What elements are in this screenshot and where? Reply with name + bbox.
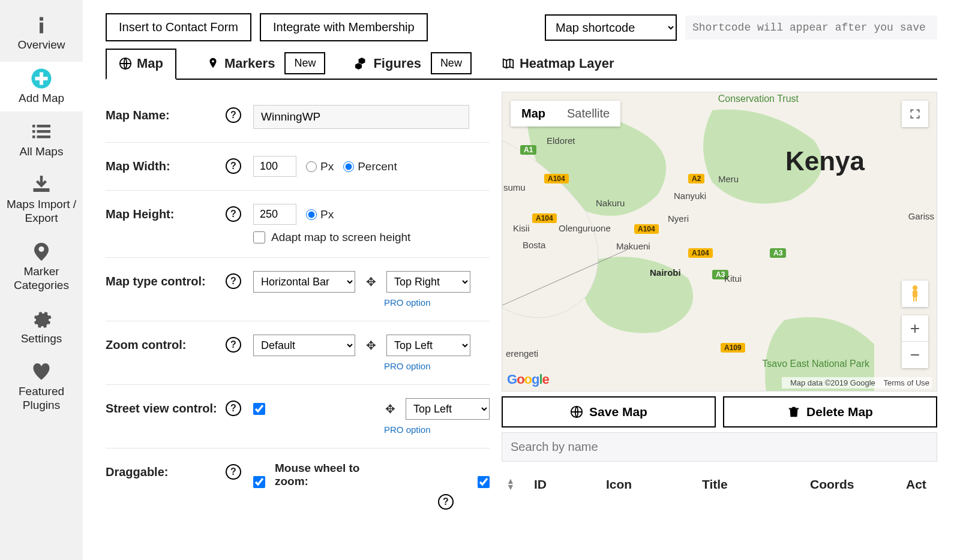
tab-label: Heatmap Layer [520, 56, 614, 71]
th-icon[interactable]: Icon [606, 477, 684, 492]
row-draggable: Draggable: ? Mouse wheel to zoom: ? [106, 448, 490, 523]
city-label: Makueni [616, 241, 650, 251]
integrate-membership-button[interactable]: Integrate with Membership [260, 13, 428, 41]
map-actions: Save Map Delete Map [502, 396, 937, 427]
tab-figures[interactable]: Figures [343, 50, 433, 79]
list-icon [31, 121, 52, 143]
map-height-input[interactable] [253, 204, 296, 225]
svg-point-16 [913, 285, 917, 290]
delete-map-button[interactable]: Delete Map [723, 396, 937, 427]
map-type-map-button[interactable]: Map [511, 101, 556, 127]
help-icon[interactable]: ? [226, 464, 241, 480]
sidebar-item-overview[interactable]: Overview [0, 8, 83, 58]
sidebar-item-add-map[interactable]: Add Map [0, 62, 83, 112]
map-name-input[interactable] [253, 105, 469, 129]
help-icon[interactable]: ? [226, 158, 241, 174]
height-px-radio[interactable]: Px [306, 208, 334, 221]
sidebar-item-marker-categories[interactable]: Marker Categories [0, 235, 83, 299]
move-icon[interactable]: ✥ [365, 339, 377, 351]
wheel-zoom-checkbox[interactable] [478, 476, 490, 488]
zoom-in-button[interactable]: + [902, 315, 928, 342]
help-icon[interactable]: ? [226, 107, 241, 123]
cubes-icon [355, 57, 368, 70]
sidebar-item-all-maps[interactable]: All Maps [0, 115, 83, 165]
park-label: Conservation Trust [718, 94, 799, 104]
sort-toggle-icon[interactable]: ▲▼ [506, 478, 516, 490]
type-control-label: Map type control: [106, 271, 226, 288]
svg-rect-9 [32, 136, 35, 139]
help-icon[interactable]: ? [226, 401, 241, 416]
pin-icon [206, 57, 220, 70]
th-coords[interactable]: Coords [810, 477, 888, 492]
tab-markers[interactable]: Markers [194, 50, 287, 79]
form-column: Map Name: ? Map Width: ? Px Percent [106, 92, 490, 554]
marker-search-input[interactable] [502, 432, 937, 462]
save-map-button[interactable]: Save Map [502, 396, 716, 427]
help-icon[interactable]: ? [226, 337, 241, 353]
help-icon[interactable]: ? [226, 273, 241, 289]
sidebar-item-settings[interactable]: Settings [0, 302, 83, 352]
street-view-checkbox[interactable] [253, 403, 265, 415]
move-icon[interactable]: ✥ [384, 403, 396, 415]
svg-point-12 [39, 246, 44, 252]
svg-rect-19 [916, 297, 917, 302]
sidebar-item-import-export[interactable]: Maps Import / Export [0, 168, 83, 231]
map-type-satellite-button[interactable]: Satellite [556, 101, 620, 127]
draggable-checkbox[interactable] [253, 476, 265, 488]
road-badge: A104 [532, 213, 557, 223]
main-panel: Insert to Contact Form Integrate with Me… [83, 0, 960, 560]
map-fold-icon [502, 57, 515, 70]
map-width-input[interactable] [253, 156, 296, 177]
help-icon[interactable]: ? [438, 494, 454, 510]
row-map-height: Map Height: ? Px Adapt map to screen hei… [106, 191, 490, 258]
type-control-select[interactable]: Horizontal Bar [253, 271, 355, 293]
map-preview[interactable]: A1 A104 A2 A104 A104 A104 A3 A3 A109 Eld… [502, 92, 937, 392]
svg-rect-0 [40, 17, 43, 21]
tab-label: Markers [224, 56, 275, 71]
shortcode-select[interactable]: Map shortcode [545, 14, 677, 41]
zoom-control-position-select[interactable]: Top Left [386, 335, 470, 356]
city-label: Kisii [513, 223, 530, 233]
sidebar-item-label: Featured Plugins [4, 385, 79, 413]
move-icon[interactable]: ✥ [365, 276, 377, 288]
zoom-out-button[interactable]: − [902, 342, 928, 368]
sidebar-item-label: Maps Import / Export [4, 198, 79, 225]
width-px-radio[interactable]: Px [306, 160, 334, 173]
markers-new-button[interactable]: New [284, 52, 325, 74]
road-badge: A109 [721, 343, 745, 353]
city-label: Kitui [724, 273, 742, 284]
sidebar-item-featured-plugins[interactable]: Featured Plugins [0, 355, 83, 419]
row-type-control: Map type control: ? Horizontal Bar ✥ Top… [106, 258, 490, 321]
th-title[interactable]: Title [702, 477, 792, 492]
type-control-position-select[interactable]: Top Right [386, 271, 470, 293]
adapt-height-checkbox[interactable]: Adapt map to screen height [253, 231, 490, 244]
map-preview-column: A1 A104 A2 A104 A104 A104 A3 A3 A109 Eld… [502, 92, 937, 554]
tab-label: Figures [373, 56, 421, 71]
country-label: Kenya [785, 146, 865, 176]
help-icon[interactable]: ? [226, 206, 241, 222]
pro-option-text: PRO option [253, 361, 490, 371]
th-act[interactable]: Act [906, 477, 926, 492]
th-id[interactable]: ID [534, 477, 588, 492]
map-height-label: Map Height: [106, 204, 226, 221]
tab-heatmap[interactable]: Heatmap Layer [490, 50, 626, 79]
map-attribution: Map data ©2019 Google Terms of Use [782, 377, 932, 389]
width-percent-radio[interactable]: Percent [343, 160, 397, 173]
tab-row: Map Markers New Figures New Heatmap Laye… [106, 47, 937, 80]
zoom-control-select[interactable]: Default [253, 335, 355, 356]
street-view-position-select[interactable]: Top Left [406, 398, 490, 420]
pegman-button[interactable] [902, 281, 928, 307]
pro-option-text: PRO option [253, 424, 490, 435]
svg-rect-7 [32, 130, 35, 133]
tab-map[interactable]: Map [106, 49, 176, 80]
sidebar-item-label: All Maps [20, 145, 64, 159]
pro-option-text: PRO option [253, 297, 490, 308]
road-badge: A104 [688, 248, 713, 258]
svg-point-14 [212, 61, 214, 63]
globe-icon [570, 405, 583, 419]
city-label: Eldoret [547, 136, 575, 146]
row-map-name: Map Name: ? [106, 92, 490, 143]
insert-contact-form-button[interactable]: Insert to Contact Form [106, 13, 251, 41]
fullscreen-button[interactable] [902, 101, 928, 127]
figures-new-button[interactable]: New [431, 52, 472, 74]
